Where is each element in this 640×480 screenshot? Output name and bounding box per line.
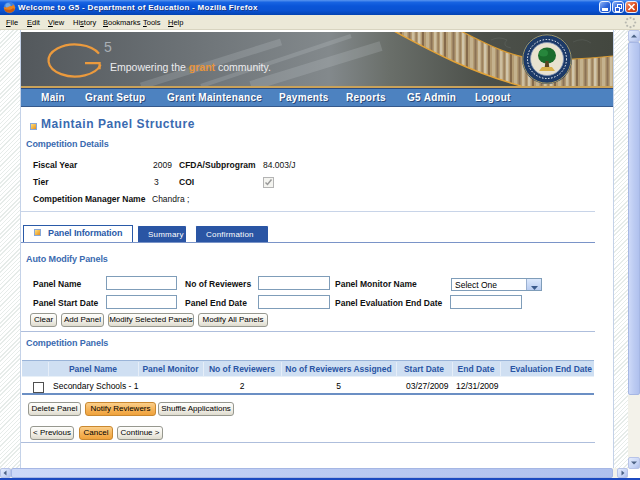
svg-text:Empowering the grant community: Empowering the grant community. bbox=[110, 61, 271, 73]
svg-text:5: 5 bbox=[104, 39, 112, 55]
